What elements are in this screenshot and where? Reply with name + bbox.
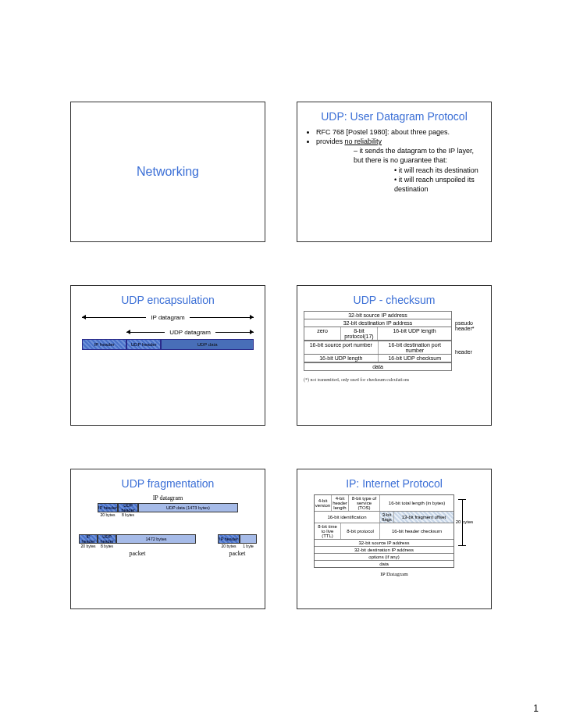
packet-label: packet	[79, 550, 196, 557]
cell: 4-bit header length	[332, 495, 349, 511]
row: 32-bit source IP address	[304, 311, 452, 319]
slide-ip-protocol: IP: Internet Protocol 4-bit version 4-bi…	[297, 469, 492, 609]
slide-udp-encapsulation: UDP encapsulation IP datagram UDP datagr…	[70, 285, 265, 426]
footnote: (*) not transmitted, only used for check…	[304, 377, 485, 382]
row: zero 8-bit protocol(17) 16-bit UDP lengt…	[304, 327, 452, 341]
page-number: 1	[533, 703, 539, 714]
ip-diagram: 4-bit version 4-bit header length 8-bit …	[297, 494, 491, 568]
text: 1472 bytes	[146, 537, 167, 541]
arrow-left	[126, 332, 165, 333]
cell: options (if any)	[315, 554, 454, 560]
row: 8-bit time to live (TTL) 8-bit protocol …	[315, 523, 454, 540]
row: 16-bit source port number 16-bit destina…	[304, 341, 452, 355]
seg-udp-header: UDP header	[118, 503, 138, 512]
slide-udp-checksum: UDP - checksum 32-bit source IP address …	[297, 285, 492, 426]
sub-sub-bullet: it will reach unspoiled its destination	[394, 175, 485, 194]
text: it sends the datagram to the IP layer, b…	[354, 147, 474, 164]
bullet-list: RFC 768 [Postel 1980]: about three pages…	[316, 127, 485, 194]
packet-label: packet	[218, 550, 257, 557]
label: UDP datagram	[169, 329, 211, 336]
cell: 13-bit fragment offset	[394, 512, 454, 523]
seg-ip-header: IP header	[218, 534, 240, 544]
caption: 20 bytes	[218, 544, 240, 548]
text: UDP header	[98, 534, 116, 544]
slide-title: UDP: User Datagram Protocol	[297, 110, 491, 123]
ip-table: 4-bit version 4-bit header length 8-bit …	[314, 494, 454, 568]
text: UDP header	[119, 503, 137, 512]
row: 16-bit UDP length 16-bit UDP checksum	[304, 355, 452, 362]
cell: zero	[304, 327, 341, 340]
arrow-row: IP datagram	[82, 314, 254, 321]
seg-udp-header: UDP header	[98, 534, 116, 544]
slide-title: UDP encapsulation	[71, 294, 265, 306]
encapsulation-diagram: IP datagram UDP datagram IP header UDP h…	[71, 314, 265, 350]
checksum-table: 16-bit source port number 16-bit destina…	[304, 341, 452, 362]
seg-ip-header: IP header	[79, 534, 98, 544]
caption-row: 20 bytes 1 byte	[218, 544, 257, 548]
cell: 32-bit destination IP address	[315, 547, 454, 553]
cell: 16-bit destination port number	[379, 341, 452, 354]
cell: 16-bit source port number	[304, 341, 379, 354]
checksum-row-group: data	[304, 362, 485, 371]
arrow-right	[215, 332, 254, 333]
slide-udp-protocol: UDP: User Datagram Protocol RFC 768 [Pos…	[297, 102, 492, 242]
bot-bar: IP header UDP header 1472 bytes	[79, 534, 196, 544]
cell: data	[315, 561, 454, 567]
slide-networking: Networking	[70, 102, 265, 242]
side-label: pseudo header*	[452, 311, 485, 341]
fragmentation-diagram: IP datagram IP header UDP header UDP dat…	[71, 494, 265, 557]
bracket-cap	[458, 499, 466, 500]
side-label	[452, 362, 485, 371]
arrow-row: UDP datagram	[126, 329, 254, 336]
cell: 32-bit source IP address	[315, 540, 454, 546]
seg-data	[240, 534, 257, 544]
row: 32-bit source IP address	[315, 540, 454, 547]
row: 32-bit destination IP address	[315, 547, 454, 554]
bracket-label: 20 bytes	[453, 519, 476, 524]
side-label: header	[452, 341, 485, 362]
checksum-diagram: 32-bit source IP address 32-bit destinat…	[297, 311, 491, 382]
row: options (if any)	[315, 554, 454, 561]
cell: 8-bit time to live (TTL)	[315, 523, 341, 539]
checksum-row-group: 16-bit source port number 16-bit destina…	[304, 341, 485, 362]
cell: 32-bit destination IP address	[304, 319, 451, 327]
cell: 8-bit type of service (TOS)	[349, 495, 380, 511]
label: IP datagram	[79, 494, 257, 501]
text: IP header	[94, 342, 115, 348]
packet-2: IP header 20 bytes 1 byte packet	[218, 534, 257, 557]
top-bar: IP header UDP header UDP data (1473 byte…	[98, 503, 238, 512]
text: IP header	[80, 534, 97, 544]
text: UDP header	[131, 342, 157, 348]
seg-ip-header: IP header	[98, 503, 118, 512]
cell: 16-bit UDP checksum	[379, 355, 452, 362]
arrow-right	[190, 317, 254, 318]
slide-title: Networking	[137, 165, 199, 179]
seg-udp-header: UDP header	[126, 339, 161, 350]
slide-title: IP: Internet Protocol	[297, 477, 491, 490]
row: 16-bit identification 3-bit flags 13-bit…	[315, 512, 454, 523]
cell: 8-bit protocol(17)	[341, 327, 378, 340]
seg-data: 1472 bytes	[116, 534, 196, 544]
text: UDP data	[197, 342, 218, 348]
cell: 16-bit total length (in bytes)	[380, 495, 454, 511]
caption: 20 bytes	[79, 544, 98, 548]
cell: 3-bit flags	[380, 512, 394, 523]
caption: 1 byte	[240, 544, 257, 548]
checksum-table: data	[304, 362, 452, 371]
caption: 20 bytes	[98, 512, 118, 517]
cell: 16-bit UDP length	[378, 327, 451, 340]
sub-bullet: it sends the datagram to the IP layer, b…	[354, 146, 485, 194]
slide-title: UDP fragmentation	[71, 477, 265, 490]
label: IP datagram	[151, 314, 184, 321]
caption-row: 20 bytes 8 bytes	[79, 544, 196, 548]
size-bracket: 20 bytes	[454, 494, 475, 551]
text: IP header	[98, 505, 117, 510]
checksum-row-group: 32-bit source IP address 32-bit destinat…	[304, 311, 485, 341]
cell: 16-bit UDP length	[304, 355, 379, 362]
slide-udp-fragmentation: UDP fragmentation IP datagram IP header …	[70, 469, 265, 609]
row: 4-bit version 4-bit header length 8-bit …	[315, 495, 454, 512]
cell: 16-bit identification	[315, 512, 380, 523]
cell: 8-bit protocol	[341, 523, 380, 539]
cell: data	[304, 363, 451, 370]
packet-1: IP header UDP header 1472 bytes 20 bytes…	[79, 534, 196, 557]
